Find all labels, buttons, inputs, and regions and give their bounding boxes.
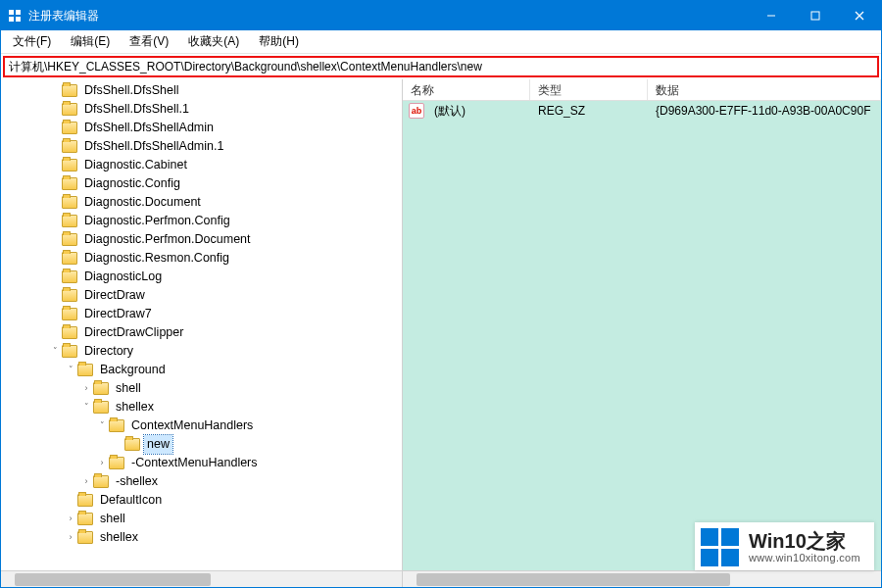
svg-rect-0 [9, 10, 14, 15]
scrollbar-thumb[interactable] [416, 573, 730, 586]
tree-node[interactable]: Diagnostic.Document [1, 193, 402, 212]
tree-node[interactable]: Diagnostic.Perfmon.Config [1, 212, 402, 230]
expand-icon[interactable]: › [79, 379, 93, 398]
folder-icon [62, 308, 77, 320]
tree-node[interactable]: DirectDraw7 [1, 305, 402, 323]
tree-node[interactable]: Diagnostic.Resmon.Config [1, 249, 402, 268]
maximize-button[interactable] [793, 1, 837, 30]
tree-node[interactable]: DirectDraw [1, 286, 402, 305]
column-header-data[interactable]: 数据 [648, 79, 881, 100]
tree-node-label[interactable]: DfsShell.DfsShell [81, 81, 182, 100]
tree-node-label[interactable]: shell [97, 510, 128, 528]
column-header-type[interactable]: 类型 [530, 79, 648, 100]
tree-node-label[interactable]: DirectDraw7 [81, 305, 155, 323]
tree-node[interactable]: ›-ContextMenuHandlers [1, 454, 402, 472]
value-data: {D969A300-E7FF-11d0-A93B-00A0C90F [648, 104, 881, 118]
tree-node[interactable]: ›shellex [1, 528, 402, 547]
tree-node-label[interactable]: Diagnostic.Document [81, 193, 204, 212]
folder-icon [77, 364, 93, 376]
tree-node[interactable]: DfsShell.DfsShell.1 [1, 100, 402, 119]
menu-favorites[interactable]: 收藏夹(A) [180, 31, 247, 52]
tree-node[interactable]: DirectDrawClipper [1, 323, 402, 342]
menu-file[interactable]: 文件(F) [5, 31, 59, 52]
values-pane: 名称 类型 数据 ab(默认)REG_SZ{D969A300-E7FF-11d0… [403, 79, 881, 587]
collapse-icon[interactable]: ˅ [95, 416, 109, 435]
tree-node-label[interactable]: Diagnostic.Cabinet [81, 156, 190, 174]
tree-node-label[interactable]: shellex [97, 528, 141, 547]
menu-edit[interactable]: 编辑(E) [63, 31, 118, 52]
address-input[interactable] [9, 60, 873, 74]
tree-node[interactable]: Diagnostic.Perfmon.Document [1, 230, 402, 249]
folder-icon [62, 177, 77, 190]
tree-node-label[interactable]: DiagnosticLog [81, 268, 165, 286]
value-row[interactable]: ab(默认)REG_SZ{D969A300-E7FF-11d0-A93B-00A… [403, 101, 881, 121]
tree-node[interactable]: DfsShell.DfsShell [1, 81, 402, 100]
registry-tree[interactable]: DfsShell.DfsShellDfsShell.DfsShell.1DfsS… [1, 79, 402, 570]
values-horizontal-scrollbar[interactable] [403, 570, 881, 587]
expand-icon[interactable]: › [79, 472, 93, 491]
tree-horizontal-scrollbar[interactable] [1, 570, 402, 587]
scrollbar-thumb[interactable] [15, 573, 211, 586]
tree-node[interactable]: Diagnostic.Cabinet [1, 156, 402, 174]
expand-icon[interactable]: › [64, 510, 77, 528]
tree-node-label[interactable]: Diagnostic.Resmon.Config [81, 249, 232, 268]
close-button[interactable] [837, 1, 881, 30]
values-list[interactable]: ab(默认)REG_SZ{D969A300-E7FF-11d0-A93B-00A… [403, 101, 881, 570]
minimize-button[interactable] [749, 1, 793, 30]
window-buttons [749, 1, 881, 30]
tree-node-label[interactable]: Diagnostic.Perfmon.Document [81, 230, 254, 249]
collapse-icon[interactable]: ˅ [48, 342, 62, 361]
tree-node-label[interactable]: shell [113, 379, 144, 398]
tree-node[interactable]: DfsShell.DfsShellAdmin [1, 119, 402, 137]
tree-node-label[interactable]: shellex [113, 398, 157, 416]
tree-node-label[interactable]: DirectDrawClipper [81, 323, 186, 342]
folder-icon [62, 215, 77, 227]
tree-node-label[interactable]: DfsShell.DfsShell.1 [81, 100, 192, 119]
tree-node-label[interactable]: Diagnostic.Config [81, 174, 183, 193]
address-bar[interactable] [3, 56, 879, 77]
svg-rect-5 [811, 12, 819, 20]
folder-icon [124, 438, 140, 451]
tree-node-label[interactable]: -ContextMenuHandlers [128, 454, 261, 472]
folder-icon [77, 513, 93, 525]
tree-node[interactable]: DiagnosticLog [1, 268, 402, 286]
expand-icon[interactable]: › [64, 528, 77, 547]
folder-icon [77, 531, 93, 544]
tree-node[interactable]: ˅shellex [1, 398, 402, 416]
collapse-icon[interactable]: ˅ [79, 398, 93, 416]
tree-node[interactable]: ›shell [1, 379, 402, 398]
folder-icon [62, 326, 77, 339]
tree-node[interactable]: ›shell [1, 510, 402, 528]
folder-icon [93, 401, 109, 414]
tree-node[interactable]: DefaultIcon [1, 491, 402, 510]
tree-node-label[interactable]: DfsShell.DfsShellAdmin.1 [81, 137, 226, 156]
tree-node[interactable]: DfsShell.DfsShellAdmin.1 [1, 137, 402, 156]
tree-node-label[interactable]: -shellex [113, 472, 161, 491]
menu-view[interactable]: 查看(V) [122, 31, 176, 52]
tree-node-label[interactable]: DirectDraw [81, 286, 148, 305]
collapse-icon[interactable]: ˅ [64, 361, 77, 379]
titlebar[interactable]: 注册表编辑器 [1, 1, 881, 30]
tree-node[interactable]: Diagnostic.Config [1, 174, 402, 193]
folder-icon [62, 270, 77, 283]
tree-node[interactable]: ˅Directory [1, 342, 402, 361]
folder-icon [109, 419, 124, 432]
folder-icon [62, 84, 77, 97]
tree-node[interactable]: ˅Background [1, 361, 402, 379]
tree-node-label[interactable]: ContextMenuHandlers [128, 416, 256, 435]
tree-node-label[interactable]: Directory [81, 342, 136, 361]
menu-help[interactable]: 帮助(H) [251, 31, 307, 52]
folder-icon [62, 289, 77, 302]
tree-node[interactable]: ˅ContextMenuHandlers [1, 416, 402, 435]
tree-node-label[interactable]: DfsShell.DfsShellAdmin [81, 119, 217, 137]
tree-node-label[interactable]: Background [97, 361, 169, 379]
expand-icon[interactable]: › [95, 454, 109, 472]
tree-node-label[interactable]: new [144, 435, 172, 454]
tree-node[interactable]: ›-shellex [1, 472, 402, 491]
tree-node-label[interactable]: Diagnostic.Perfmon.Config [81, 212, 233, 230]
registry-editor-window: 注册表编辑器 文件(F) 编辑(E) 查看(V) 收藏夹(A) 帮助(H) Df… [0, 0, 882, 588]
column-header-name[interactable]: 名称 [403, 79, 530, 100]
folder-icon [62, 103, 77, 116]
tree-node[interactable]: new [1, 435, 402, 454]
tree-node-label[interactable]: DefaultIcon [97, 491, 165, 510]
